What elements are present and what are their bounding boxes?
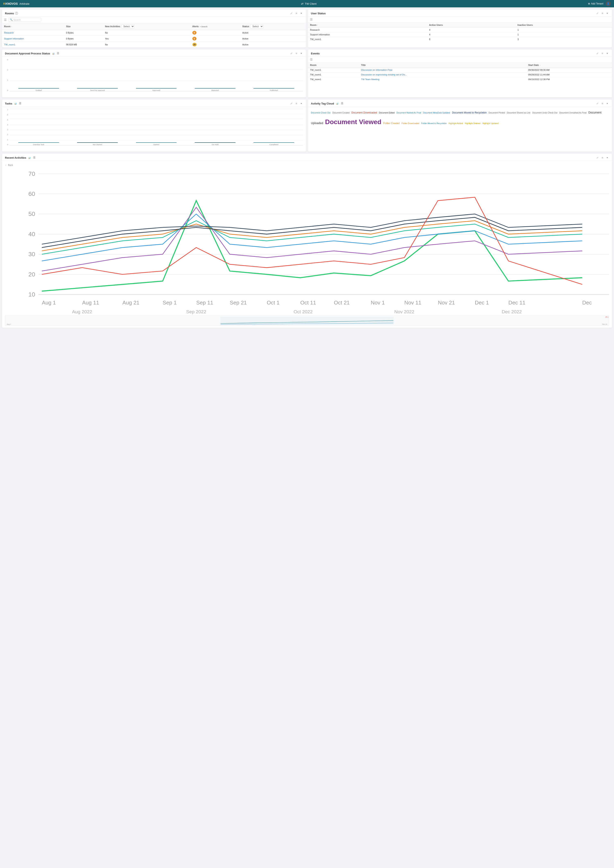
y-axis-labels: 3 2 1 0 [5, 59, 9, 91]
tag-cloud-chart-icon[interactable]: 📊 [335, 102, 339, 105]
tag-item[interactable]: Document Unmarked As Final [560, 112, 587, 114]
room-link[interactable]: Research [4, 31, 14, 34]
user-avatar[interactable]: 👤 [606, 1, 611, 6]
rooms-table: Room ↑ Size New Activities Select Alerts… [2, 23, 306, 47]
user-status-chevron-icon[interactable]: ▾ [605, 11, 609, 15]
events-table-row: TW_room1 Discussion on Information Flow … [308, 68, 612, 72]
tag-cloud-table-icon[interactable]: ☰ [340, 102, 344, 105]
recent-activities-chart-icon[interactable]: 📊 [27, 156, 31, 160]
tag-item[interactable]: Folder Moved to Recyclebin [421, 122, 446, 124]
recent-activities-expand-icon[interactable]: ⤢ [595, 156, 599, 160]
event-link[interactable]: Discussion on improvising existing set o… [361, 73, 407, 76]
rooms-search-box[interactable]: 🔍 Search [8, 18, 41, 22]
events-table: Room Title Start Date ↓ TW_room1 Discuss… [308, 63, 612, 82]
tag-item[interactable]: Document Moved to Recyclebin [452, 111, 487, 114]
tag-cloud-chevron-icon[interactable]: ▾ [605, 102, 609, 105]
svg-text:Nov 21: Nov 21 [438, 299, 455, 306]
svg-text:Sep 21: Sep 21 [230, 299, 247, 306]
rooms-chevron-icon[interactable]: ▾ [299, 11, 303, 15]
status-filter[interactable]: Select [250, 24, 263, 28]
tag-item[interactable]: Document Edited [379, 112, 395, 114]
alerts-filter-icon[interactable]: ≡ Search [200, 26, 208, 28]
room-link[interactable]: TW_room1 [4, 43, 15, 46]
tag-item[interactable]: Document Marked As Final [396, 112, 421, 114]
tag-cloud-header: Activity Tag Cloud 📊 ☰ ⤢ ≡ ▾ [308, 99, 612, 107]
recent-activities-mini-chart: Aug 2 Dec 24 25.1 [5, 316, 609, 326]
svg-text:Sep 1: Sep 1 [163, 299, 177, 306]
ev-date-cell: 09/30/2022 09:30 AM [526, 68, 612, 72]
grid-line-3 [9, 59, 303, 59]
back-button[interactable]: ← Back [5, 163, 609, 167]
tag-item[interactable]: Document Downloaded [351, 111, 377, 114]
tag-item[interactable]: Highlight Added [448, 122, 463, 124]
tag-item[interactable]: Folder Created [383, 122, 400, 125]
recent-activities-widget: Recent Activities 📊 ☰ ⤢ ≡ ▾ ← Back [2, 154, 612, 328]
mini-x-start: Aug 2 [7, 323, 11, 325]
tasks-table-icon[interactable]: ☰ [19, 102, 22, 105]
user-status-expand-icon[interactable]: ⤢ [595, 11, 599, 15]
tag-item[interactable]: Document Shared as Link [507, 112, 530, 114]
user-status-menu-icon[interactable]: ≡ [600, 11, 604, 15]
recent-activities-menu-icon[interactable]: ≡ [600, 156, 604, 160]
recent-activities-table-icon[interactable]: ☰ [32, 156, 36, 160]
doc-approval-chart-icon[interactable]: 📊 [51, 51, 55, 55]
ev-room-cell: TW_room1 [308, 68, 359, 72]
tasks-expand-icon[interactable]: ⤢ [290, 102, 293, 105]
rooms-table-row: TW_room1 98.828 MB No 29 Active [2, 42, 306, 48]
header-left: KKNOVOS Arbitrate [3, 2, 30, 5]
rooms-col-size: Size [64, 23, 103, 30]
rooms-expand-icon[interactable]: ⤢ [290, 11, 293, 15]
search-icon: 🔍 [10, 19, 13, 21]
events-menu-icon[interactable]: ≡ [600, 51, 604, 55]
bar-published: Published [245, 88, 303, 91]
tag-item[interactable]: Document Undo Check Out [532, 112, 557, 114]
room-new-activities-cell: No [103, 30, 190, 36]
doc-approval-chart: 3 2 1 0 Drafted [5, 59, 303, 96]
doc-approval-header: Document Approval Process Status 📊 ☰ ⤢ ≡… [2, 50, 306, 57]
room-new-activities-cell: No [103, 42, 190, 48]
us-room-cell: Research [308, 28, 427, 32]
mini-chart-svg [5, 316, 609, 326]
rooms-menu-icon[interactable]: ≡ [294, 11, 298, 15]
event-link[interactable]: Discussion on Information Flow [361, 69, 392, 71]
header-right: ⊕ Add Tenant 👤 [588, 1, 611, 6]
tag-item[interactable]: Highlight Updated [482, 122, 499, 124]
tag-item[interactable]: Document Printed [488, 112, 505, 114]
room-status-cell: Active [240, 36, 306, 42]
svg-text:Aug 11: Aug 11 [82, 299, 99, 306]
events-chevron-icon[interactable]: ▾ [605, 51, 609, 55]
tag-item[interactable]: Document Viewed [325, 118, 381, 126]
tag-item[interactable]: Document Created [333, 112, 350, 114]
tag-cloud-expand-icon[interactable]: ⤢ [595, 102, 599, 105]
tag-cloud-content: Document Check Out Document Created Docu… [308, 107, 612, 131]
bar-started: Started [127, 142, 185, 146]
room-link[interactable]: Support Information [4, 37, 24, 40]
event-link[interactable]: TW Team Meeting [361, 78, 379, 81]
events-expand-icon[interactable]: ⤢ [595, 51, 599, 55]
user-status-widget: User Status ⤢ ≡ ▾ ☰ Room ↑ Active Users … [308, 9, 612, 47]
svg-text:Oct 1: Oct 1 [267, 299, 280, 306]
tasks-chart-icon[interactable]: 📊 [14, 102, 17, 105]
room-name-cell: TW_room1 [2, 42, 64, 48]
doc-approval-menu-icon[interactable]: ≡ [294, 51, 298, 55]
tag-item[interactable]: Document Check Out [311, 112, 331, 114]
tag-cloud-menu-icon[interactable]: ≡ [600, 102, 604, 105]
tasks-y-axis: 7 6 5 4 3 2 1 0 [5, 109, 9, 146]
doc-approval-chevron-icon[interactable]: ▾ [299, 51, 303, 55]
new-activities-filter[interactable]: Select [121, 24, 134, 28]
doc-approval-expand-icon[interactable]: ⤢ [290, 51, 293, 55]
tag-item[interactable]: Highlight Deleted [465, 122, 480, 124]
doc-approval-table-icon[interactable]: ☰ [56, 51, 60, 55]
tasks-chevron-icon[interactable]: ▾ [299, 102, 303, 105]
bar-on-hold: On Hold [186, 142, 244, 146]
tag-item[interactable]: Document MetaData Updated [423, 112, 450, 114]
ev-date-cell: 09/15/2022 12:38 PM [526, 77, 612, 82]
tasks-menu-icon[interactable]: ≡ [294, 102, 298, 105]
tag-item[interactable]: Folder Downloaded [401, 122, 420, 124]
rooms-help-icon[interactable]: ? [15, 12, 18, 15]
recent-activities-chevron-icon[interactable]: ▾ [605, 156, 609, 160]
app-header: KKNOVOS Arbitrate ⇄ TW Client ⊕ Add Tena… [0, 0, 614, 7]
us-room-cell: Support Information [308, 32, 427, 37]
add-tenant-button[interactable]: ⊕ Add Tenant [588, 2, 603, 5]
svg-text:Sep 2022: Sep 2022 [186, 309, 206, 314]
